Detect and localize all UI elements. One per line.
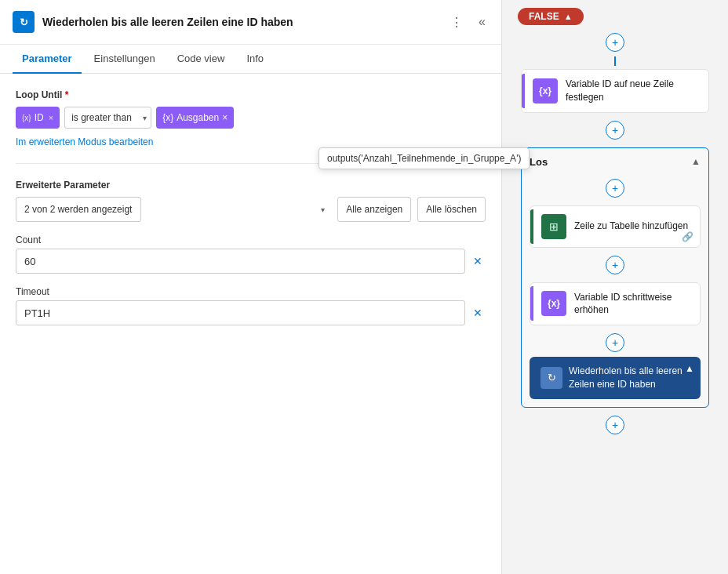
excel-icon: ⊞ — [549, 220, 559, 233]
condition-select-wrapper: is greater than is less than is equal to… — [64, 107, 151, 129]
wiederholen-icon: ↻ — [548, 372, 556, 383]
collapse-button[interactable]: « — [475, 12, 489, 32]
los-container: Los ▲ + ⊞ Zeile zu Tabelle hinzufügen 🔗 … — [521, 147, 709, 408]
erhoehen-icon-wrap: {x} — [541, 291, 566, 316]
wiederholen-icon-wrap: ↻ — [541, 367, 562, 389]
tab-info[interactable]: Info — [237, 45, 273, 74]
los-title: Los — [530, 156, 548, 168]
timeout-field-row: ✕ — [16, 300, 486, 325]
wiederholen-chevron-icon: ▲ — [685, 363, 694, 374]
tab-codeview[interactable]: Code view — [168, 45, 235, 74]
dropdown-wrapper: 2 von 2 werden angezeigt — [16, 197, 331, 222]
panel-content: Loop Until * {x} ID × is greater than is… — [0, 74, 501, 574]
false-header: FALSE ▲ — [518, 8, 584, 25]
ausgaben-chip-label: Ausgaben — [177, 112, 219, 123]
panel-header: ↻ Wiederholen bis alle leeren Zeilen ein… — [0, 0, 501, 45]
variable-id-card[interactable]: {x} Variable ID auf neue Zeile festlegen — [521, 69, 709, 113]
add-after-erhoehen-button[interactable]: + — [606, 333, 624, 352]
left-panel: ↻ Wiederholen bis alle leeren Zeilen ein… — [0, 0, 502, 574]
zeile-icon-wrap: ⊞ — [541, 214, 566, 239]
panel-header-actions: ⋮ « — [447, 12, 489, 33]
tooltip-text: outputs('Anzahl_Teilnehmende_in_Gruppe_A… — [327, 153, 501, 164]
count-field-group: Count ✕ — [16, 234, 486, 274]
erhoehen-icon: {x} — [548, 298, 560, 309]
tab-parameter[interactable]: Parameter — [13, 45, 82, 74]
false-label: FALSE — [529, 11, 559, 22]
wiederholen-card[interactable]: ↻ Wiederholen bis alle leeren Zeilen ein… — [530, 357, 701, 399]
loop-icon: ↻ — [20, 16, 28, 28]
variable-id-icon: {x} — [539, 85, 551, 96]
loop-until-label: Loop Until * — [16, 89, 486, 100]
erhoehen-accent — [530, 286, 533, 321]
timeout-clear-button[interactable]: ✕ — [470, 303, 486, 322]
timeout-field-group: Timeout ✕ — [16, 286, 486, 325]
variable-id-accent — [522, 74, 525, 108]
erweiterte-parameter-group: Erweiterte Parameter 2 von 2 werden ange… — [16, 180, 486, 222]
count-label: Count — [16, 234, 486, 245]
tabs: Parameter Einstellungen Code view Info — [0, 45, 501, 74]
more-button[interactable]: ⋮ — [447, 12, 466, 33]
los-header: Los ▲ — [530, 156, 701, 168]
loop-until-group: Loop Until * {x} ID × is greater than is… — [16, 89, 486, 147]
condition-select[interactable]: is greater than is less than is equal to… — [64, 107, 151, 129]
count-input[interactable] — [16, 249, 465, 274]
zeile-accent — [530, 209, 533, 244]
alle-anzeigen-button[interactable]: Alle anzeigen — [337, 197, 411, 222]
count-clear-button[interactable]: ✕ — [470, 252, 486, 271]
erhoehen-title: Variable ID schrittweise erhöhen — [574, 291, 689, 318]
ausgaben-chip-icon: {x} — [162, 112, 173, 123]
alle-loeschen-button[interactable]: Alle löschen — [417, 197, 486, 222]
tooltip-box: outputs('Anzahl_Teilnehmende_in_Gruppe_A… — [318, 147, 501, 169]
timeout-label: Timeout — [16, 286, 486, 297]
advanced-mode-link[interactable]: Im erweiterten Modus bearbeiten — [16, 136, 153, 147]
zeile-hinzufuegen-card[interactable]: ⊞ Zeile zu Tabelle hinzufügen 🔗 — [530, 205, 701, 248]
ausgaben-chip-close[interactable]: × — [222, 112, 228, 123]
required-star: * — [62, 89, 68, 100]
variable-erhoehen-card[interactable]: {x} Variable ID schrittweise erhöhen — [530, 282, 701, 326]
los-chevron-icon[interactable]: ▲ — [691, 156, 701, 167]
wiederholen-title: Wiederholen bis alle leeren Zeilen eine … — [569, 365, 690, 391]
add-in-los-top-button[interactable]: + — [606, 179, 624, 198]
tab-einstellungen[interactable]: Einstellungen — [85, 45, 165, 74]
panel-title: Wiederholen bis alle leeren Zeilen eine … — [42, 16, 439, 28]
right-panel: FALSE ▲ + {x} Variable ID auf neue Zeile… — [502, 0, 728, 574]
panel-icon: ↻ — [13, 11, 35, 33]
id-chip-close[interactable]: × — [49, 113, 53, 122]
ausgaben-token-chip[interactable]: {x} Ausgaben × — [156, 107, 234, 129]
timeout-input[interactable] — [16, 300, 465, 325]
add-bottom-button[interactable]: + — [606, 416, 624, 434]
id-token-chip[interactable]: {x} ID × — [16, 107, 60, 129]
connector-1 — [614, 56, 616, 66]
add-after-zeile-button[interactable]: + — [606, 256, 624, 274]
add-after-variable-button[interactable]: + — [606, 121, 624, 140]
erweiterte-label: Erweiterte Parameter — [16, 180, 486, 191]
zeile-title: Zeile zu Tabelle hinzufügen — [574, 220, 688, 233]
variable-id-title: Variable ID auf neue Zeile festlegen — [566, 78, 697, 104]
erweiterte-dropdown[interactable]: 2 von 2 werden angezeigt — [16, 197, 141, 222]
id-chip-label: ID — [35, 112, 44, 123]
count-field-row: ✕ — [16, 249, 486, 274]
id-chip-icon: {x} — [22, 114, 31, 122]
add-after-false-button[interactable]: + — [606, 33, 624, 52]
los-inner: + ⊞ Zeile zu Tabelle hinzufügen 🔗 + {x} … — [530, 174, 701, 399]
loop-until-row: {x} ID × is greater than is less than is… — [16, 107, 486, 129]
erweiterte-row: 2 von 2 werden angezeigt Alle anzeigen A… — [16, 197, 486, 222]
false-chevron-icon: ▲ — [564, 12, 573, 21]
variable-id-icon-wrap: {x} — [533, 78, 558, 104]
link-icon: 🔗 — [682, 231, 693, 242]
